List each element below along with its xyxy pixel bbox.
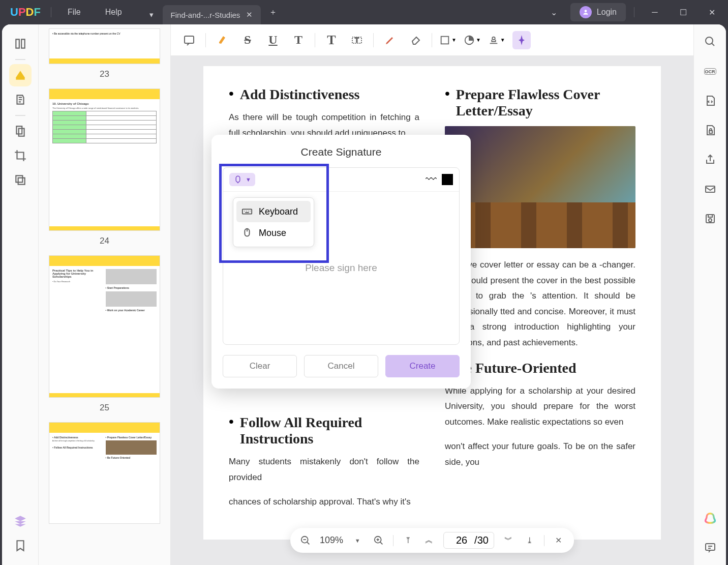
strikethrough-tool[interactable]: S [238,31,257,49]
close-bar-button[interactable]: ✕ [552,533,566,548]
heading: Add Distinctiveness [240,86,360,103]
textbox-tool[interactable]: T [348,31,366,49]
stamp-tool[interactable]: ▼ [488,35,505,46]
zoom-dropdown[interactable]: ▼ [350,533,365,548]
stroke-width-icon[interactable]: 〰 [426,173,437,186]
svg-point-21 [709,219,712,222]
edit-tool[interactable] [9,88,32,111]
ocr-tool[interactable]: OCR [701,62,719,80]
signature-mode-menu: Keyboard Mouse [233,197,314,247]
eraser-tool[interactable] [406,31,424,49]
tab-close-icon[interactable]: ✕ [246,10,253,19]
shape-tool[interactable]: ▼ [439,35,457,46]
svg-rect-18 [706,186,715,192]
new-tab-button[interactable]: ＋ [263,7,283,18]
document-viewport[interactable]: Add Distinctiveness As there will be tou… [171,56,693,565]
create-signature-modal: Create Signature ▼ 〰 Please sign here [211,135,471,389]
chevron-down-icon[interactable]: ⌄ [542,3,566,21]
thumbnail-25[interactable]: Practical Tips to Help You in Applying f… [49,255,160,413]
document-tab[interactable]: Find-and-...r-Studies ✕ [163,5,261,24]
paragraph: Many students mistakenly don't follow th… [229,454,419,485]
pencil-tool[interactable] [381,31,399,49]
highlighter-tool[interactable] [213,31,231,49]
search-icon[interactable] [701,33,719,51]
color-swatch[interactable] [442,174,453,185]
protect-tool[interactable] [701,121,719,139]
thumbnail-26[interactable]: • Add DistinctivenessAs there will be to… [49,422,160,524]
heading: Prepare Flawless Cover Letter/Essay [456,86,635,119]
paragraph: chances of scholarship approval. That's … [229,494,419,510]
tab-title: Find-and-...r-Studies [171,11,240,19]
bottom-navigation: 109% ▼ ⤒ ︽ / 30 ︾ ⤓ ✕ [290,528,574,553]
svg-rect-11 [236,176,240,182]
convert-tool[interactable] [701,92,719,110]
signature-mode-dropdown[interactable]: ▼ [229,173,255,186]
close-button[interactable]: ✕ [700,3,724,21]
email-tool[interactable] [701,180,719,198]
divider [51,7,51,17]
login-button[interactable]: Login [570,3,626,21]
underline-tool[interactable]: U [264,31,282,49]
ai-tool[interactable] [701,509,719,527]
paragraph: While applying for a scholarship at your… [445,383,635,430]
crop-tool[interactable] [9,144,32,167]
zoom-in-button[interactable] [372,533,386,548]
save-tool[interactable] [701,210,719,228]
page-input[interactable] [449,534,474,546]
first-page-button[interactable]: ⤒ [401,533,415,548]
page-tool[interactable] [9,120,32,142]
svg-rect-5 [185,36,194,43]
bookmark-tool[interactable] [9,534,32,557]
text-tool[interactable]: T [322,31,341,49]
svg-rect-20 [708,215,712,217]
paragraph: won't affect your future goals. To be on… [445,439,635,470]
minimize-button[interactable]: ─ [643,3,667,21]
annotation-toolbar: S U T T T ▼ ▼ ▼ [171,24,693,56]
svg-text:T: T [355,37,359,44]
page-total: 30 [477,534,489,546]
thumbnails-panel[interactable]: • Be accessible via the telephone number… [39,24,171,565]
svg-point-16 [706,37,713,44]
maximize-button[interactable]: ☐ [671,3,695,21]
mouse-option[interactable]: Mouse [236,222,311,244]
thumb-label: 24 [49,236,160,246]
heading: Follow All Required Instructions [240,414,419,447]
zoom-out-button[interactable] [298,533,313,548]
main-area: S U T T T ▼ ▼ ▼ Add Distinctiveness As t… [171,24,693,565]
comment-tool[interactable] [180,31,198,49]
svg-rect-3 [16,175,22,182]
prev-page-button[interactable]: ︽ [422,533,436,548]
dd-label: Keyboard [259,206,298,217]
keyboard-option[interactable]: Keyboard [236,201,311,222]
thumbnail-23[interactable]: • Be accessible via the telephone number… [49,28,160,79]
menu-file[interactable]: File [55,8,93,17]
sticker-tool[interactable]: ▼ [464,35,481,46]
paragraph: pressive cover letter or essay can be a … [445,257,635,351]
chat-tool[interactable] [701,539,719,557]
create-button[interactable]: Create [385,355,460,377]
left-sidebar [2,24,39,565]
squiggly-tool[interactable]: T [289,31,308,49]
compare-tool[interactable] [9,169,32,191]
last-page-button[interactable]: ⤓ [523,533,537,548]
menu-help[interactable]: Help [93,8,134,17]
clear-button[interactable]: Clear [223,355,297,377]
layers-tool[interactable] [9,510,32,532]
share-tool[interactable] [701,151,719,169]
titlebar: UPDF File Help ▾ Find-and-...r-Studies ✕… [0,0,728,24]
highlight-tool[interactable] [9,64,32,86]
next-page-button[interactable]: ︾ [501,533,515,548]
thumb-label: 23 [49,69,160,79]
tab-dropdown[interactable]: ▾ [144,5,159,24]
cover-letter-image [445,126,635,248]
reader-tool[interactable] [9,33,32,55]
signature-tool[interactable] [512,31,531,49]
cancel-button[interactable]: Cancel [304,355,378,377]
app-logo: UPDF [4,6,47,19]
login-label: Login [597,8,617,17]
svg-point-10 [492,37,495,40]
thumbnail-24[interactable]: 10. University of Chicago The University… [49,88,160,246]
heading: Be Future-Oriented [456,360,577,376]
avatar-icon [580,6,592,18]
dd-label: Mouse [259,228,286,239]
